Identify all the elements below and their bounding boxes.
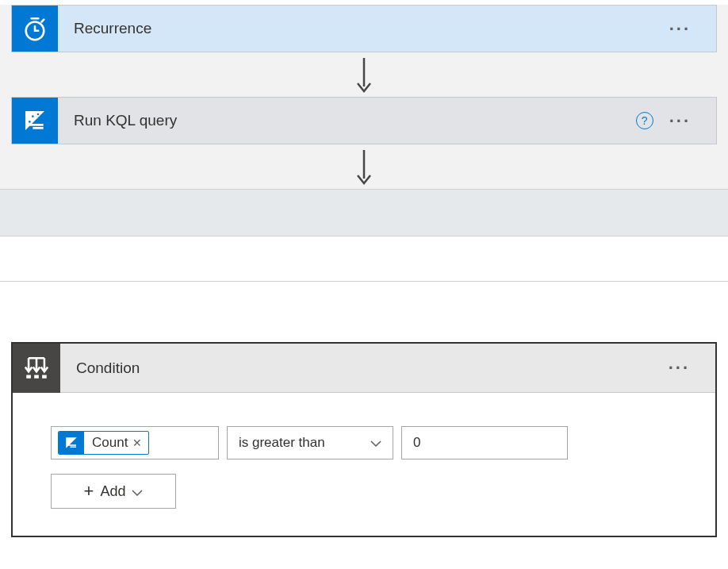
chevron-down-icon: [370, 436, 381, 450]
svg-rect-13: [26, 375, 31, 378]
svg-point-4: [32, 115, 34, 117]
svg-rect-14: [34, 375, 39, 378]
value-input[interactable]: [413, 435, 556, 451]
operator-label: is greater than: [239, 435, 325, 451]
arrow-connector-2: [0, 144, 728, 189]
remove-token-icon[interactable]: ✕: [132, 436, 148, 449]
condition-row: Count ✕ is greater than: [51, 426, 677, 459]
svg-point-3: [37, 113, 40, 116]
plus-icon: +: [84, 481, 94, 502]
kql-icon: [12, 98, 58, 144]
condition-icon: [13, 344, 60, 393]
condition-header[interactable]: Condition ···: [13, 344, 715, 393]
operand-field[interactable]: Count ✕: [51, 426, 219, 459]
kql-title: Run KQL query: [58, 112, 636, 129]
value-field-wrapper: [401, 426, 568, 459]
condition-title: Condition: [60, 359, 669, 377]
condition-panel: Condition ··· Count ✕: [11, 342, 717, 537]
condition-more-icon[interactable]: ···: [669, 363, 690, 372]
count-token-label: Count: [84, 435, 132, 451]
chevron-down-icon: [132, 483, 143, 500]
kql-more-icon[interactable]: ···: [669, 117, 691, 125]
operator-dropdown[interactable]: is greater than: [227, 426, 393, 459]
add-button[interactable]: + Add: [51, 474, 176, 509]
recurrence-card[interactable]: Recurrence ···: [11, 5, 717, 52]
svg-rect-15: [42, 375, 47, 378]
spacer-band: [0, 189, 728, 236]
add-button-label: Add: [100, 483, 125, 500]
recurrence-title: Recurrence: [58, 20, 669, 37]
svg-point-5: [29, 121, 31, 123]
recurrence-more-icon[interactable]: ···: [669, 25, 691, 33]
clock-icon: [12, 6, 58, 52]
workflow-canvas: Recurrence ··· Run KQL query ? ···: [0, 5, 728, 236]
section-divider: [0, 281, 728, 282]
help-icon[interactable]: ?: [636, 112, 653, 129]
arrow-connector-1: [0, 52, 728, 97]
kql-token-icon: [59, 431, 84, 455]
count-token: Count ✕: [58, 431, 149, 455]
kql-card[interactable]: Run KQL query ? ···: [11, 97, 717, 144]
condition-body: Count ✕ is greater than + Add: [13, 393, 715, 536]
